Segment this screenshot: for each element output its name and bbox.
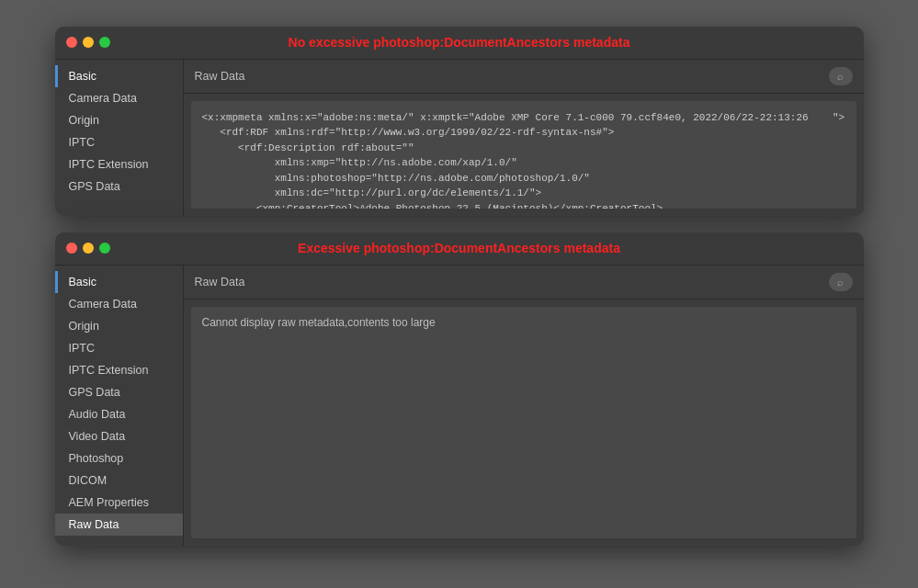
content-area-1[interactable]: <x:xmpmeta xmlns:x="adobe:ns:meta/" x:xm… <box>191 101 856 209</box>
sidebar-item-basic-2[interactable]: Basic <box>55 271 183 293</box>
window-title-1: No excessive photoshop:DocumentAncestors… <box>289 35 630 50</box>
sidebar-1: Basic Camera Data Origin IPTC IPTC Exten… <box>55 60 184 216</box>
sidebar-item-aem-2[interactable]: AEM Properties <box>55 492 183 514</box>
sidebar-item-iptc-1[interactable]: IPTC <box>55 131 183 153</box>
sidebar-item-dicom-2[interactable]: DICOM <box>55 469 183 492</box>
sidebar-item-photoshop-2[interactable]: Photoshop <box>55 447 183 469</box>
window-2: Excessive photoshop:DocumentAncestors me… <box>55 232 864 546</box>
maximize-button-2[interactable] <box>99 243 110 254</box>
titlebar-1: No excessive photoshop:DocumentAncestors… <box>55 27 864 60</box>
sidebar-item-origin-1[interactable]: Origin <box>55 109 183 131</box>
sidebar-item-basic-1[interactable]: Basic <box>55 65 183 87</box>
sidebar-item-origin-2[interactable]: Origin <box>55 315 183 337</box>
raw-data-text-1: <x:xmpmeta xmlns:x="adobe:ns:meta/" x:xm… <box>202 110 845 209</box>
sidebar-item-gps-1[interactable]: GPS Data <box>55 175 183 198</box>
search-icon-2: ⌕ <box>837 277 844 288</box>
sidebar-2: Basic Camera Data Origin IPTC IPTC Exten… <box>55 266 184 546</box>
window-title-2: Excessive photoshop:DocumentAncestors me… <box>298 241 620 255</box>
content-area-2[interactable]: Cannot display raw metadata,contents too… <box>191 307 856 538</box>
sidebar-item-iptc-2[interactable]: IPTC <box>55 337 183 359</box>
sidebar-item-video-2[interactable]: Video Data <box>55 425 183 447</box>
content-header-1: Raw Data ⌕ <box>184 60 864 94</box>
main-content-2: Raw Data ⌕ Cannot display raw metadata,c… <box>184 266 864 546</box>
search-icon-1: ⌕ <box>837 71 844 82</box>
sidebar-item-rawdata-2[interactable]: Raw Data <box>55 514 183 536</box>
traffic-lights-2 <box>66 243 110 254</box>
sidebar-item-audio-2[interactable]: Audio Data <box>55 403 183 425</box>
sidebar-item-iptc-ext-1[interactable]: IPTC Extension <box>55 153 183 175</box>
content-header-2: Raw Data ⌕ <box>184 266 864 300</box>
main-content-1: Raw Data ⌕ <x:xmpmeta xmlns:x="adobe:ns:… <box>184 60 864 216</box>
titlebar-2: Excessive photoshop:DocumentAncestors me… <box>55 232 864 266</box>
window-1: No excessive photoshop:DocumentAncestors… <box>55 27 864 216</box>
search-box-2[interactable]: ⌕ <box>829 273 853 291</box>
raw-data-label-2: Raw Data <box>195 276 245 288</box>
sidebar-item-iptc-ext-2[interactable]: IPTC Extension <box>55 359 183 381</box>
raw-data-label-1: Raw Data <box>195 70 245 83</box>
window-body-2: Basic Camera Data Origin IPTC IPTC Exten… <box>55 266 864 546</box>
sidebar-item-camera-2[interactable]: Camera Data <box>55 293 183 315</box>
window-body-1: Basic Camera Data Origin IPTC IPTC Exten… <box>55 60 864 216</box>
sidebar-item-camera-1[interactable]: Camera Data <box>55 87 183 109</box>
close-button-2[interactable] <box>66 243 77 254</box>
minimize-button-1[interactable] <box>83 37 94 48</box>
search-box-1[interactable]: ⌕ <box>829 67 853 85</box>
maximize-button-1[interactable] <box>99 37 110 48</box>
close-button-1[interactable] <box>66 37 77 48</box>
cannot-display-text: Cannot display raw metadata,contents too… <box>202 316 845 329</box>
traffic-lights-1 <box>66 37 110 48</box>
sidebar-item-gps-2[interactable]: GPS Data <box>55 381 183 403</box>
minimize-button-2[interactable] <box>83 243 94 254</box>
